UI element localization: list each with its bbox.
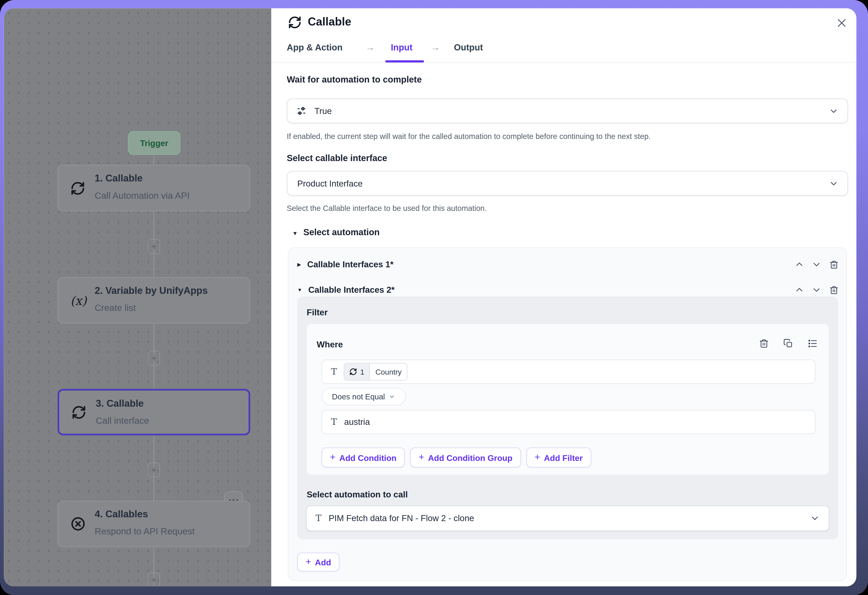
text-type-icon: T: [331, 418, 337, 427]
chevron-down-icon: [810, 513, 820, 523]
caret-down-icon[interactable]: ▼: [292, 230, 298, 236]
node-subtitle: Call Automation via API: [95, 190, 190, 201]
node-title: 4. Callables: [95, 508, 148, 520]
node-variable-2[interactable]: (x) 2. Variable by UnifyApps Create list: [58, 277, 250, 324]
interface-row-label: Callable Interfaces 1*: [307, 259, 394, 270]
interface-row-label: Callable Interfaces 2*: [308, 285, 394, 295]
node-subtitle: Call interface: [96, 415, 149, 426]
where-label: Where: [317, 340, 343, 350]
operator-select[interactable]: Does not Equal: [322, 388, 406, 406]
plus-icon: +: [534, 452, 540, 463]
caret-right-icon[interactable]: ▶: [297, 262, 301, 267]
trigger-node[interactable]: Trigger: [128, 131, 181, 155]
refresh-icon: [349, 368, 357, 376]
trash-icon[interactable]: [829, 260, 839, 269]
call-field-label: Select automation to call: [307, 490, 408, 500]
automation-list-container: ▶ Callable Interfaces 1* ▼ Callable Inte…: [288, 247, 847, 581]
move-down-icon[interactable]: [812, 260, 821, 269]
interface-select-value: Product Interface: [297, 178, 363, 188]
sliders-icon: [296, 106, 307, 116]
add-condition-group-button[interactable]: +Add Condition Group: [410, 448, 521, 468]
text-type-icon: T: [316, 514, 322, 523]
chevron-down-icon: [389, 393, 396, 400]
variable-icon: (x): [71, 278, 87, 323]
move-down-icon[interactable]: [812, 286, 821, 294]
window-content: Trigger 1. Callable Call Automation via …: [4, 9, 856, 586]
app-window: Trigger 1. Callable Call Automation via …: [0, 0, 868, 595]
plus-icon: +: [151, 354, 156, 363]
trash-icon[interactable]: [759, 339, 769, 349]
operator-value: Does not Equal: [332, 392, 385, 401]
interface-row-1[interactable]: ▶ Callable Interfaces 1*: [297, 255, 839, 274]
step-config-panel: Callable App & Action → Input → Output W…: [271, 9, 856, 586]
chip-step-index: 1: [360, 368, 365, 376]
automation-to-call-value: PIM Fetch data for FN - Flow 2 - clone: [329, 513, 474, 523]
automation-to-call-select[interactable]: T PIM Fetch data for FN - Flow 2 - clone: [306, 506, 830, 531]
close-icon[interactable]: [836, 17, 847, 29]
node-subtitle: Create list: [95, 303, 136, 313]
plus-icon: +: [151, 242, 156, 251]
tab-app-action[interactable]: App & Action: [287, 43, 342, 53]
filter-where-group: Where T 1: [306, 324, 830, 475]
tab-input[interactable]: Input: [391, 43, 412, 53]
field-token-chip[interactable]: 1 Country: [344, 363, 407, 381]
node-callable-1[interactable]: 1. Callable Call Automation via API: [58, 165, 250, 211]
refresh-icon: [288, 15, 302, 29]
wait-field-help: If enabled, the current step will wait f…: [287, 132, 651, 141]
refresh-icon: [71, 390, 87, 434]
add-filter-button[interactable]: +Add Filter: [526, 448, 591, 468]
add-condition-button[interactable]: +Add Condition: [322, 448, 405, 468]
interface-select[interactable]: Product Interface: [287, 171, 848, 196]
interface-field-label: Select callable interface: [287, 153, 387, 163]
chevron-down-icon: [829, 178, 839, 188]
refresh-icon: [71, 165, 86, 211]
condition-value: austria: [344, 417, 370, 427]
plus-icon: +: [151, 576, 156, 585]
interface-config-box: Filter Where T: [297, 296, 838, 539]
plus-icon: +: [151, 465, 156, 474]
move-up-icon[interactable]: [795, 286, 804, 294]
add-interface-button[interactable]: +Add: [297, 553, 340, 571]
tab-output[interactable]: Output: [454, 43, 483, 53]
arrow-right-icon: →: [431, 42, 440, 53]
node-title: 1. Callable: [95, 172, 143, 184]
arrow-right-icon: →: [365, 42, 375, 53]
condition-field-input[interactable]: T 1 Country: [322, 359, 815, 384]
panel-title: Callable: [308, 15, 351, 28]
list-icon[interactable]: [808, 339, 818, 349]
active-tab-underline: [385, 60, 424, 63]
add-step-button[interactable]: +: [148, 351, 160, 366]
caret-down-icon[interactable]: ▼: [297, 287, 302, 293]
tabs-divider: [271, 63, 856, 63]
node-callables-4[interactable]: 4. Callables Respond to API Request: [58, 501, 250, 547]
node-subtitle: Respond to API Request: [95, 526, 195, 537]
node-title: 2. Variable by UnifyApps: [95, 285, 208, 297]
wait-field-label: Wait for automation to complete: [287, 75, 422, 85]
plus-icon: +: [419, 452, 424, 463]
wait-select[interactable]: True: [287, 99, 848, 124]
trash-icon[interactable]: [829, 285, 839, 295]
interface-field-help: Select the Callable interface to be used…: [287, 204, 487, 213]
close-circle-icon: [71, 501, 86, 546]
plus-icon: +: [306, 557, 311, 567]
copy-icon[interactable]: [784, 339, 793, 349]
text-type-icon: T: [331, 367, 337, 376]
condition-value-input[interactable]: T austria: [322, 410, 815, 434]
move-up-icon[interactable]: [795, 260, 804, 269]
add-step-button[interactable]: +: [148, 462, 160, 477]
automation-section-label: Select automation: [303, 227, 380, 237]
add-step-button[interactable]: +: [148, 573, 160, 586]
node-title: 3. Callable: [96, 398, 144, 409]
chevron-down-icon: [829, 106, 839, 116]
plus-icon: +: [330, 452, 335, 463]
chip-field-name: Country: [370, 364, 407, 380]
add-step-button[interactable]: +: [148, 239, 160, 254]
workflow-canvas[interactable]: Trigger 1. Callable Call Automation via …: [4, 9, 272, 586]
filter-label: Filter: [307, 308, 328, 318]
node-callable-3-selected[interactable]: 3. Callable Call interface: [58, 389, 250, 436]
wait-select-value: True: [314, 106, 332, 116]
